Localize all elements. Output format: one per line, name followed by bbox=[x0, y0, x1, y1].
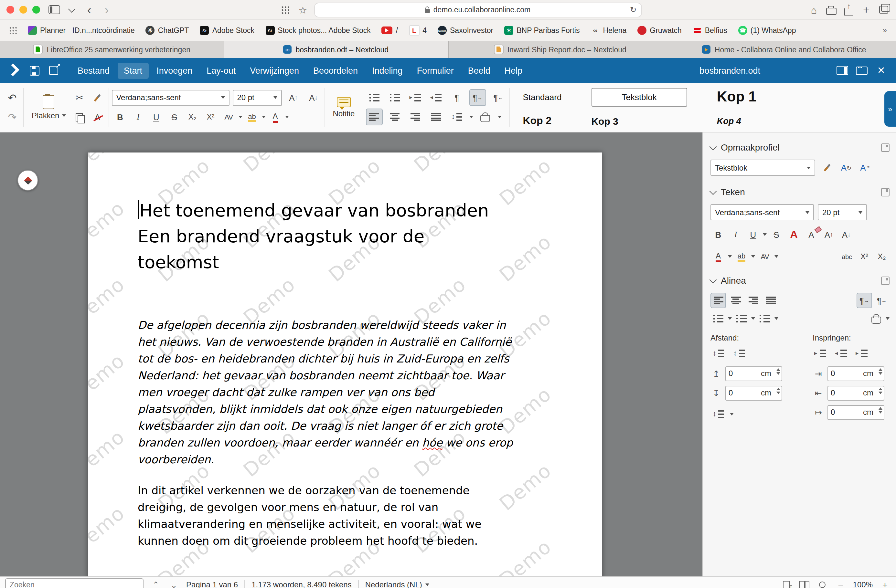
document-page[interactable]: DemoDemoDemoDemoDemoDemoDemoDemoDemoDemo… bbox=[88, 152, 602, 576]
increase-indent-button[interactable] bbox=[812, 346, 828, 361]
minimize-window-button[interactable] bbox=[20, 6, 27, 14]
style-standaard[interactable]: Standaard bbox=[523, 93, 561, 102]
grow-font-button[interactable] bbox=[821, 227, 837, 242]
align-right-button[interactable] bbox=[407, 109, 424, 125]
style-kop3[interactable]: Kop 3 bbox=[591, 115, 687, 127]
bold-button[interactable] bbox=[710, 227, 726, 242]
app-launcher-button[interactable] bbox=[280, 3, 291, 16]
menu-formulier[interactable]: Formulier bbox=[410, 62, 460, 79]
bookmark-item[interactable]: ☎(1) WhatsApp bbox=[738, 26, 796, 35]
bookmark-item[interactable]: BNP Paribas Fortis bbox=[504, 26, 579, 35]
highlight-color-button[interactable] bbox=[734, 249, 749, 264]
clear-formatting-button[interactable] bbox=[89, 109, 106, 125]
page-indicator[interactable]: Pagina 1 van 6 bbox=[186, 580, 238, 588]
user-list-button[interactable] bbox=[853, 62, 870, 79]
left-to-right-button[interactable] bbox=[469, 89, 486, 106]
justify-button[interactable] bbox=[763, 293, 778, 308]
update-style-button[interactable] bbox=[838, 160, 854, 175]
subscript-button[interactable] bbox=[874, 249, 890, 264]
strikethrough-button[interactable] bbox=[769, 227, 784, 242]
address-bar[interactable]: demo.eu.collaboraonline.com ↻ bbox=[314, 3, 641, 17]
superscript-button[interactable] bbox=[202, 109, 219, 125]
new-style-button[interactable] bbox=[858, 160, 873, 175]
menu-indeling[interactable]: Indeling bbox=[366, 62, 409, 79]
stepper-arrows[interactable] bbox=[776, 368, 780, 374]
zoom-level[interactable]: 100% bbox=[853, 580, 873, 588]
menu-help[interactable]: Help bbox=[498, 62, 529, 79]
new-tab-button[interactable]: + bbox=[861, 3, 872, 16]
superscript-button[interactable] bbox=[856, 249, 872, 264]
after-text-indent-spinner[interactable]: ⇤ 0cm bbox=[812, 383, 890, 403]
style-kop2[interactable]: Kop 2 bbox=[523, 115, 561, 127]
menu-beoordelen[interactable]: Beoordelen bbox=[307, 62, 364, 79]
decrease-indent-button[interactable] bbox=[428, 89, 445, 106]
align-center-button[interactable] bbox=[728, 293, 744, 308]
background-color-button[interactable] bbox=[477, 109, 494, 125]
share-button[interactable] bbox=[843, 3, 855, 16]
decrease-paragraph-spacing-button[interactable] bbox=[731, 346, 747, 361]
bookmarks-grid-icon[interactable] bbox=[9, 26, 17, 34]
bookmark-item[interactable]: / bbox=[382, 26, 398, 34]
style-tekstblok-selected[interactable]: Tekstblok bbox=[591, 88, 687, 106]
bookmark-item[interactable]: SAXOSaxoInvestor bbox=[438, 26, 493, 35]
formatting-marks-button[interactable] bbox=[448, 89, 465, 106]
shrink-font-button[interactable] bbox=[305, 89, 322, 106]
character-spacing-button[interactable] bbox=[757, 249, 773, 264]
forward-button[interactable]: › bbox=[101, 3, 113, 16]
browser-tab[interactable]: Home - Collabora Online and Collabora Of… bbox=[673, 41, 896, 58]
zoom-window-button[interactable] bbox=[32, 6, 40, 14]
print-button[interactable] bbox=[826, 3, 837, 16]
bullet-list-button[interactable] bbox=[710, 311, 726, 326]
right-to-left-button[interactable] bbox=[874, 293, 890, 308]
text-case-button[interactable] bbox=[839, 249, 855, 264]
increase-paragraph-spacing-button[interactable] bbox=[710, 346, 726, 361]
search-previous-button[interactable]: ⌃ bbox=[150, 580, 162, 588]
dialog-launcher-icon[interactable] bbox=[881, 143, 890, 152]
undo-button[interactable] bbox=[4, 89, 21, 106]
document-body[interactable]: Het toenemend gevaar van bosbranden Een … bbox=[88, 152, 602, 549]
underline-button[interactable] bbox=[148, 109, 165, 125]
numbered-list-button[interactable] bbox=[386, 89, 403, 106]
font-color-button[interactable] bbox=[710, 249, 726, 264]
highlight-color-button[interactable] bbox=[244, 109, 260, 125]
shrink-font-button[interactable] bbox=[838, 227, 854, 242]
copy-button[interactable] bbox=[71, 109, 88, 125]
paragraph-section-header[interactable]: Alinea bbox=[710, 271, 890, 290]
bold-button[interactable] bbox=[111, 109, 128, 125]
sidebar-toggle-button[interactable] bbox=[49, 3, 60, 16]
document-canvas[interactable]: DemoDemoDemoDemoDemoDemoDemoDemoDemoDemo… bbox=[0, 132, 702, 576]
stepper-arrows[interactable] bbox=[776, 387, 780, 394]
before-text-indent-spinner[interactable]: ⇥ 0cm bbox=[812, 364, 890, 383]
bookmark-item[interactable]: StAdobe Stock bbox=[200, 26, 254, 35]
open-in-new-window-button[interactable] bbox=[45, 62, 62, 79]
back-button[interactable]: ‹ bbox=[84, 3, 95, 16]
tab-overview-button[interactable] bbox=[878, 3, 890, 16]
menu-layout[interactable]: Lay-out bbox=[200, 62, 242, 79]
stepper-arrows[interactable] bbox=[879, 387, 882, 394]
above-paragraph-spacing-spinner[interactable]: ↥ 0cm bbox=[710, 364, 809, 383]
bookmark-item[interactable]: StStock photos... Adobe Stock bbox=[265, 26, 371, 35]
bookmark-item[interactable]: Planner - ID.n...ntcoördinatie bbox=[28, 26, 135, 35]
style-kop4[interactable]: Kop 4 bbox=[717, 116, 756, 126]
align-center-button[interactable] bbox=[386, 109, 403, 125]
close-window-button[interactable] bbox=[6, 6, 14, 14]
menu-invoegen[interactable]: Invoegen bbox=[150, 62, 199, 79]
styles-section-header[interactable]: Opmaakprofiel bbox=[710, 138, 890, 157]
word-count[interactable]: 1.173 woorden, 8.490 tekens bbox=[251, 580, 352, 588]
right-to-left-button[interactable] bbox=[490, 89, 506, 106]
grow-font-button[interactable] bbox=[285, 89, 302, 106]
font-color-red-icon[interactable] bbox=[786, 227, 802, 242]
align-left-button[interactable] bbox=[710, 293, 726, 308]
hanging-indent-button[interactable] bbox=[854, 346, 870, 361]
stepper-arrows[interactable] bbox=[879, 368, 882, 374]
line-spacing-button[interactable] bbox=[448, 109, 465, 125]
line-spacing-button[interactable] bbox=[710, 406, 726, 422]
font-color-button[interactable] bbox=[267, 109, 283, 125]
insert-comment-button[interactable]: Notitie bbox=[328, 84, 360, 131]
paste-button[interactable]: Plakken bbox=[26, 84, 71, 131]
tab-group-chevron-button[interactable] bbox=[66, 3, 78, 16]
bookmark-star-button[interactable]: ☆ bbox=[297, 3, 309, 16]
justify-button[interactable] bbox=[428, 109, 445, 125]
below-paragraph-spacing-spinner[interactable]: ↧ 0cm bbox=[710, 383, 809, 403]
browser-tab[interactable]: LibreOffice 25 samenwerking verbeteringe… bbox=[0, 41, 224, 58]
